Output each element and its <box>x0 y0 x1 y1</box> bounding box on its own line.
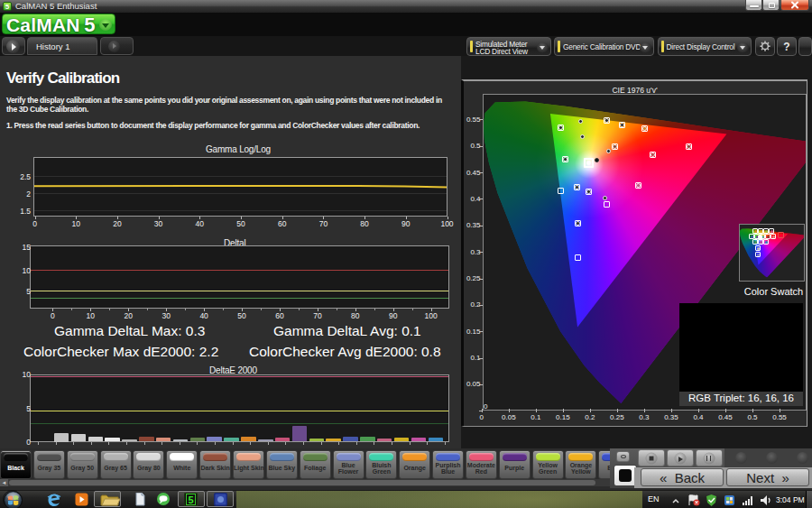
svg-text:5: 5 <box>188 494 193 505</box>
